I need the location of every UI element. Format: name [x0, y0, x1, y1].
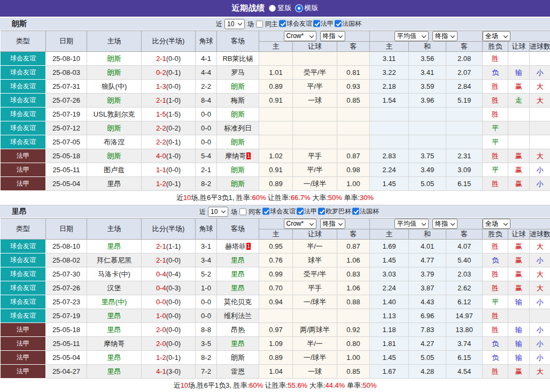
- league-filter[interactable]: 法甲: [312, 19, 334, 28]
- col-header-home: 主场: [87, 219, 142, 240]
- col-header-goals: 进球数: [530, 229, 550, 240]
- match-type-cell: 球会友谊: [1, 107, 46, 121]
- home-team-cell: USL敦刻尔克: [87, 107, 142, 121]
- halftime-score: (1-0): [166, 96, 181, 104]
- europe-away-odds-cell: 6.15: [446, 177, 483, 191]
- match-date-cell: 25-07-12: [46, 121, 87, 135]
- league-checkbox[interactable]: [318, 208, 325, 215]
- handicap-line-cell: 平手: [293, 281, 337, 295]
- match-date-cell: 25-07-26: [46, 281, 87, 295]
- view-option-horizontal[interactable]: 横版: [296, 3, 319, 13]
- goals-result-cell: 小: [530, 323, 550, 337]
- handicap-away-odds-cell: 1.00: [337, 351, 370, 365]
- away-team-cell: 朗斯: [217, 135, 259, 149]
- score-cell: 2-0(0-0): [142, 323, 196, 337]
- league-checkbox[interactable]: [279, 20, 286, 27]
- result-cell: 胜: [483, 107, 508, 121]
- col-header-ah-home: 主: [259, 229, 293, 240]
- europe-draw-odds-cell: 4.43: [409, 295, 446, 309]
- fulltime-score: 2-2: [156, 138, 166, 146]
- match-date-cell: 25-04-27: [46, 365, 87, 379]
- league-checkbox[interactable]: [262, 208, 269, 215]
- away-team-cell: 朗斯: [217, 351, 259, 365]
- europe-time-select[interactable]: 终指: [432, 219, 458, 229]
- league-filter[interactable]: 欧罗巴杯: [317, 207, 351, 216]
- away-team-name: 昂热: [231, 326, 245, 334]
- recent-count-select[interactable]: 10: [208, 206, 228, 217]
- match-date-cell: 25-05-11: [46, 163, 87, 177]
- halftime-score: (0-1): [166, 353, 181, 362]
- goals-result-cell: 大: [530, 94, 550, 107]
- results-table: 类型 日期 主场 比分(半场) 角球 客场 Crow* 终指 平均值: [0, 218, 550, 379]
- goals-result-cell: 大: [530, 267, 550, 281]
- recent-count-select[interactable]: 10: [224, 19, 245, 29]
- goals-result-cell: [530, 309, 550, 323]
- summary-stat-value: 60%: [252, 194, 266, 202]
- same-venue-filter[interactable]: 同客: [239, 207, 261, 216]
- europe-draw-odds-cell: [409, 107, 446, 121]
- home-team-name: 里昂: [107, 367, 121, 375]
- halftime-score: (0-3): [166, 284, 181, 292]
- league-filter[interactable]: 法国杯: [334, 19, 361, 28]
- handicap-result-cell: 走: [508, 94, 530, 107]
- fulltime-score: 1-0: [156, 312, 166, 320]
- away-team-cell: 雷恩: [217, 365, 259, 379]
- match-row: 球会友谊 25-08-02 拜仁慕尼黑 2-1(0-0) 3-4 里昂 0.76…: [1, 253, 550, 267]
- home-team-name: 汉堡: [107, 284, 121, 292]
- corner-cell: 1-0: [196, 281, 217, 295]
- goals-result-cell: [530, 135, 550, 149]
- league-label: 欧罗巴杯: [326, 207, 351, 216]
- europe-draw-odds-cell: 3.79: [409, 267, 446, 281]
- europe-draw-odds-cell: 3.59: [409, 80, 446, 94]
- league-checkbox[interactable]: [297, 208, 304, 215]
- handicap-time-select[interactable]: 终指: [320, 219, 345, 229]
- league-filter[interactable]: 法国杯: [351, 207, 379, 216]
- league-filter[interactable]: 球会友谊: [261, 207, 296, 216]
- europe-home-odds-cell: 1.45: [370, 253, 409, 267]
- home-team-name: 里昂: [107, 312, 121, 320]
- bookmaker-select[interactable]: Crow*: [284, 31, 316, 41]
- match-date-cell: 25-08-10: [46, 240, 87, 253]
- handicap-away-odds-cell: 1.06: [337, 253, 370, 267]
- scope-select[interactable]: 全场: [483, 31, 510, 41]
- league-checkbox[interactable]: [335, 20, 342, 27]
- away-team-cell: 里昂: [217, 253, 259, 267]
- europe-odds-select[interactable]: 平均值: [394, 219, 429, 229]
- europe-time-select[interactable]: 终指: [432, 31, 458, 41]
- score-cell: 4-0(1-0): [142, 149, 196, 163]
- vertical-radio-label: 竖版: [278, 3, 292, 13]
- match-type-cell: 球会友谊: [1, 295, 46, 309]
- col-header-score: 比分(半场): [142, 219, 196, 240]
- league-filter[interactable]: 法甲: [296, 207, 317, 216]
- europe-draw-odds-cell: 3.75: [409, 149, 446, 163]
- result-cell: 胜: [483, 177, 508, 191]
- col-header-eu-away: 客: [446, 42, 483, 52]
- bookmaker-select[interactable]: Crow*: [284, 219, 316, 229]
- summary-stat-label: 单率:: [345, 381, 362, 389]
- horizontal-radio[interactable]: [296, 5, 303, 12]
- vertical-radio[interactable]: [269, 5, 276, 12]
- halftime-score: (0-4): [166, 270, 181, 278]
- europe-odds-select[interactable]: 平均值: [394, 31, 429, 41]
- same-venue-checkbox[interactable]: [239, 208, 246, 215]
- halftime-score: (3-0): [166, 367, 181, 375]
- league-checkbox[interactable]: [352, 208, 359, 215]
- same-venue-filter[interactable]: 同主: [256, 19, 278, 28]
- same-venue-checkbox[interactable]: [256, 20, 263, 27]
- result-cell: 胜: [483, 94, 508, 107]
- view-option-vertical[interactable]: 竖版: [269, 3, 292, 13]
- summary-stat-value: 50%: [328, 194, 342, 202]
- result-cell: 胜: [483, 267, 508, 281]
- score-cell: 2-0(0-0): [142, 337, 196, 351]
- league-checkbox[interactable]: [313, 20, 320, 27]
- away-team-name: 里昂: [231, 340, 245, 348]
- league-filter[interactable]: 球会友谊: [278, 19, 312, 28]
- europe-draw-odds-cell: 4.77: [409, 253, 446, 267]
- europe-home-odds-cell: 1.54: [370, 94, 409, 107]
- handicap-time-select[interactable]: 终指: [320, 31, 345, 41]
- away-team-cell: 朗斯: [217, 107, 259, 121]
- scope-select[interactable]: 全场: [483, 219, 510, 229]
- europe-away-odds-cell: 3.09: [446, 163, 483, 177]
- away-team-name: 朗斯: [231, 82, 245, 90]
- handicap-home-odds-cell: 1.01: [259, 66, 293, 80]
